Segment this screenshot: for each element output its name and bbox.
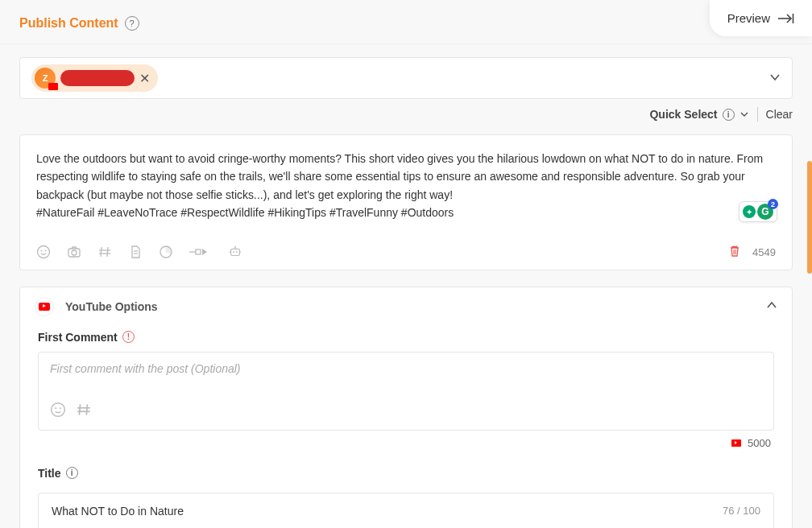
chip-close-icon[interactable]: ✕ bbox=[139, 71, 150, 86]
svg-point-2 bbox=[38, 246, 50, 258]
svg-line-30 bbox=[86, 404, 87, 415]
composer-textarea[interactable]: Love the outdoors but want to avoid crin… bbox=[36, 150, 776, 222]
composer-toolbar: 4549 bbox=[36, 245, 776, 260]
youtube-icon bbox=[35, 297, 54, 316]
bulb-icon: ✦ bbox=[743, 205, 756, 218]
composer-body: Love the outdoors but want to avoid crin… bbox=[36, 152, 763, 201]
scrollbar-thumb[interactable] bbox=[807, 161, 812, 274]
title-box: 76 / 100 bbox=[38, 493, 774, 528]
shorten-link-icon[interactable] bbox=[189, 245, 212, 259]
chevron-down-icon[interactable] bbox=[769, 72, 781, 85]
svg-rect-17 bbox=[231, 249, 240, 255]
first-comment-label-wrap: First Comment ! bbox=[38, 331, 135, 344]
account-chip: Z ✕ bbox=[31, 64, 158, 92]
title-counter: 76 / 100 bbox=[723, 505, 760, 517]
grammarly-widget[interactable]: ✦ G 2 bbox=[739, 201, 777, 222]
alert-icon[interactable]: ! bbox=[122, 331, 135, 343]
composer-box: Love the outdoors but want to avoid crin… bbox=[19, 134, 793, 270]
first-comment-label: First Comment bbox=[38, 331, 118, 344]
svg-point-3 bbox=[41, 250, 43, 252]
svg-point-21 bbox=[234, 246, 236, 248]
first-comment-limit: 5000 bbox=[748, 437, 771, 449]
info-icon[interactable]: i bbox=[66, 467, 78, 479]
svg-point-28 bbox=[60, 407, 61, 409]
char-count: 4549 bbox=[752, 246, 776, 258]
svg-point-26 bbox=[52, 402, 65, 416]
preview-button[interactable]: Preview bbox=[710, 0, 812, 36]
page-title: Publish Content bbox=[19, 16, 118, 31]
account-name-redacted bbox=[60, 70, 135, 86]
svg-line-7 bbox=[101, 247, 102, 257]
page-header: Publish Content ? bbox=[0, 0, 812, 44]
first-comment-counter-row: 5000 bbox=[38, 431, 774, 467]
svg-point-4 bbox=[45, 250, 47, 252]
grammarly-icon: G 2 bbox=[757, 204, 773, 220]
avatar: Z bbox=[35, 68, 56, 89]
preview-label: Preview bbox=[727, 11, 770, 25]
first-comment-box bbox=[38, 352, 774, 431]
hashtag-icon[interactable] bbox=[76, 402, 92, 422]
youtube-options-header[interactable]: YouTube Options bbox=[20, 287, 792, 326]
svg-point-27 bbox=[55, 407, 56, 409]
info-icon[interactable]: i bbox=[723, 109, 735, 121]
svg-marker-16 bbox=[202, 249, 207, 255]
clear-button[interactable]: Clear bbox=[766, 108, 793, 121]
page-title-wrap: Publish Content ? bbox=[19, 16, 139, 31]
youtube-options-section: YouTube Options First Comment ! bbox=[19, 287, 793, 528]
svg-point-19 bbox=[236, 251, 238, 253]
trash-icon[interactable] bbox=[728, 245, 741, 260]
svg-rect-15 bbox=[196, 250, 201, 254]
title-label-wrap: Title i bbox=[38, 467, 78, 480]
title-input[interactable] bbox=[52, 505, 723, 518]
camera-icon[interactable] bbox=[67, 245, 81, 259]
first-comment-input[interactable] bbox=[50, 362, 762, 394]
chevron-up-icon[interactable] bbox=[766, 299, 777, 313]
youtube-mini-icon bbox=[731, 439, 741, 447]
hashtag-icon[interactable] bbox=[97, 245, 112, 259]
youtube-options-title: YouTube Options bbox=[65, 300, 158, 313]
youtube-badge-icon bbox=[48, 83, 58, 90]
chevron-down-icon bbox=[740, 109, 749, 119]
robot-icon[interactable] bbox=[228, 245, 242, 259]
info-icon[interactable]: ? bbox=[125, 16, 139, 31]
grammarly-count: 2 bbox=[768, 199, 778, 209]
quick-select-label[interactable]: Quick Select i bbox=[649, 108, 748, 121]
svg-point-6 bbox=[72, 250, 77, 255]
arrow-right-icon bbox=[778, 13, 794, 24]
separator bbox=[757, 107, 758, 122]
svg-line-8 bbox=[107, 247, 108, 257]
emoji-icon[interactable] bbox=[50, 402, 66, 422]
account-selector[interactable]: Z ✕ bbox=[19, 57, 793, 99]
document-icon[interactable] bbox=[128, 245, 143, 259]
title-label: Title bbox=[38, 467, 61, 480]
avatar-letter: Z bbox=[43, 73, 48, 83]
composer-hashtags: #NatureFail #LeaveNoTrace #RespectWildli… bbox=[36, 206, 454, 219]
svg-point-18 bbox=[233, 251, 234, 253]
chart-icon[interactable] bbox=[159, 245, 173, 259]
emoji-icon[interactable] bbox=[36, 245, 51, 259]
quick-select-row: Quick Select i Clear bbox=[19, 107, 793, 122]
svg-line-29 bbox=[79, 404, 80, 415]
